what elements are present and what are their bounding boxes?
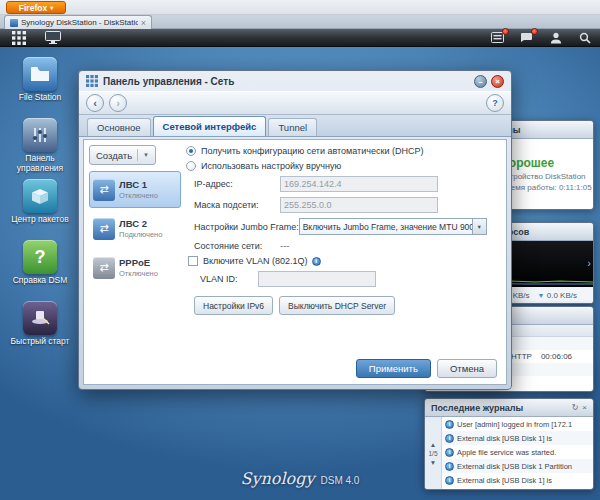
pager-down-icon[interactable]: ▼ [430,459,436,466]
question-glyph: ? [35,247,46,268]
desktop-icon-package-center[interactable]: Центр пакетов [6,179,74,240]
vlan-row: Включите VLAN (802.1Q) i [184,256,500,266]
notifications-icon[interactable] [519,31,534,44]
refresh-icon[interactable]: ↻ [572,403,579,412]
pppoe-interface-icon: ⇄ [93,257,115,279]
widget-logs-header[interactable]: Последние журналы ↻ × [425,399,593,417]
connection-time: 00:06:06 [541,352,572,361]
extra-buttons-row: Настройки IPv6 Выключить DHCP Server [184,296,500,315]
health-status-text: Хорошее [501,156,592,170]
ip-label: IP-адрес: [184,179,280,189]
desktop-icon-label: Быстрый старт [6,337,74,347]
desktop-icon-file-station[interactable]: File Station [6,57,74,118]
mask-row: Маска подсети: [184,197,500,213]
pager-up-icon[interactable]: ▲ [430,441,436,448]
create-button[interactable]: Создать ▼ [89,145,156,165]
tab-general[interactable]: Основное [87,118,151,136]
background-tasks-icon[interactable] [490,31,505,44]
manual-radio[interactable] [186,161,196,171]
info-icon[interactable]: i [312,257,321,266]
main-menu-button[interactable] [8,31,30,45]
search-icon[interactable] [577,31,592,44]
lan-interface-icon: ⇄ [93,218,115,240]
log-text: External disk [USB Disk 1] is [457,434,552,443]
log-row[interactable]: i External disk [USB Disk 1] is [442,431,593,445]
chevron-down-icon: ▼ [143,152,149,158]
tasks-badge [502,28,509,35]
widget-close-icon[interactable]: × [582,403,587,412]
package-center-icon [23,179,57,213]
dsm-help-icon: ? [23,240,57,274]
desktop-icon-quick-start[interactable]: Быстрый старт [6,301,74,362]
graph-next-icon[interactable]: › [587,257,591,269]
vlan-checkbox[interactable] [188,256,198,266]
dhcp-server-button[interactable]: Выключить DHCP Server [279,296,395,315]
window-toolbar: ‹ › ? [79,91,511,115]
interface-status: Подключено [119,230,162,239]
pilot-view-button[interactable] [42,31,64,45]
dsm-desktop: File Station Панель управления [0,47,600,500]
interface-item-lan2[interactable]: ⇄ ЛВС 2 Подключено [89,210,181,247]
desktop-icon-dsm-help[interactable]: ? Справка DSM [6,240,74,301]
tab-tunnel[interactable]: Tunnel [268,118,317,136]
info-icon: i [445,462,454,471]
network-form: Получить конфигурацию сети автоматически… [184,146,500,320]
info-icon: i [445,448,454,457]
user-icon[interactable] [548,31,563,44]
dsm-version: DSM 4.0 [321,475,360,486]
health-uptime-text: Время работы: 0:11:1:05 [501,183,592,192]
desktop-icon-control-panel[interactable]: Панель управления [6,118,74,179]
info-icon: i [445,434,454,443]
log-text: User [admin] logged in from [172.1 [457,420,572,429]
apply-button[interactable]: Применить [356,359,431,378]
dhcp-radio[interactable] [186,146,196,156]
interface-item-lan1[interactable]: ⇄ ЛВС 1 Отключено [89,171,181,208]
forward-button[interactable]: › [109,94,127,112]
close-button[interactable]: × [491,75,504,88]
info-icon: i [445,420,454,429]
log-row[interactable]: i Apple file service was started. [442,445,593,459]
subnet-mask-field[interactable] [280,197,438,213]
cancel-button[interactable]: Отмена [437,359,497,378]
tab-close-icon[interactable]: × [141,19,146,27]
taskbar-right-tray [490,31,592,44]
jumbo-frame-row: Настройки Jumbo Frame: Включить Jumbo Fr… [184,218,500,235]
log-row[interactable]: i External disk [USB Disk 1 Partition [442,459,593,473]
window-controls: – × [474,75,504,88]
interface-status: Отключено [119,269,158,278]
window-title: Панель управления - Сеть [103,76,234,87]
back-button[interactable]: ‹ [86,94,104,112]
interface-item-pppoe[interactable]: ⇄ PPPoE Отключено [89,249,181,286]
widget-logs-title: Последние журналы [431,403,523,413]
main-menu-icon [12,31,26,45]
firefox-menu-button[interactable]: Firefox ▾ [6,1,66,14]
help-button[interactable]: ? [486,94,504,112]
ip-field[interactable] [280,176,438,192]
control-panel-window: Панель управления - Сеть – × ‹ › ? Основ… [78,70,512,390]
vlan-id-row: VLAN ID: [184,271,500,287]
browser-tab[interactable]: Synology DiskStation - DiskStation × [4,15,152,29]
log-row[interactable]: i User [admin] logged in from [172.1 [442,417,593,431]
dhcp-radio-label: Получить конфигурацию сети автоматически… [201,146,423,156]
interface-status: Отключено [119,191,158,200]
network-status-value: --- [280,240,290,251]
ipv6-settings-button[interactable]: Настройки IPv6 [194,296,273,315]
download-rate: 0.0 KB/s [547,291,577,300]
tab-network-interface[interactable]: Сетевой интерфейс [153,116,267,136]
tab-title: Synology DiskStation - DiskStation [21,18,138,27]
desktop-icon-label: File Station [6,93,74,103]
info-icon: i [445,476,454,485]
desktop-monitor-icon [45,31,61,44]
log-row[interactable]: i External disk [USB Disk 1] is [442,473,593,487]
window-tabs: Основное Сетевой интерфейс Tunnel [79,115,511,137]
quick-start-icon [23,301,57,335]
button-divider [137,149,138,161]
firefox-menu-label: Firefox [19,3,47,13]
vlan-id-field[interactable] [258,271,376,287]
jumbo-frame-select[interactable]: Включить Jumbo Frame, значение MTU 9000 … [299,218,487,235]
create-button-label: Создать [96,150,132,161]
health-info: Хорошее Устройство DiskStation Время раб… [501,156,592,192]
minimize-button[interactable]: – [474,75,487,88]
network-status-label: Состояние сети: [184,241,280,251]
window-titlebar[interactable]: Панель управления - Сеть – × [79,71,511,91]
